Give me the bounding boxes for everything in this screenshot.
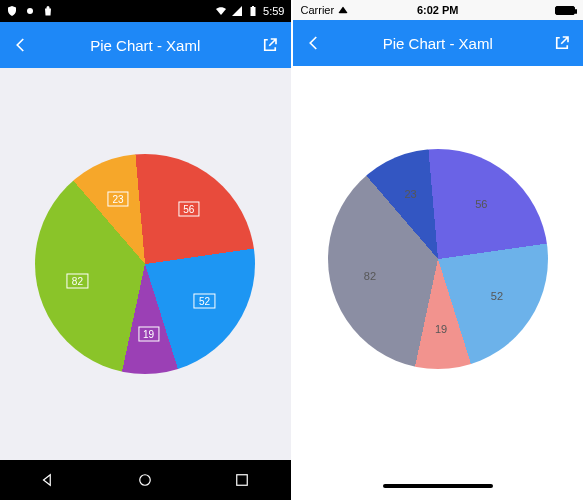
shield-icon	[6, 5, 18, 17]
svg-rect-2	[237, 475, 248, 486]
pie-data-labels: 5652198223	[328, 149, 548, 369]
back-icon[interactable]	[12, 36, 30, 54]
android-time: 5:59	[263, 5, 284, 17]
ios-home-indicator	[293, 472, 584, 500]
data-label: 82	[67, 274, 88, 289]
battery-icon	[555, 6, 575, 15]
svg-point-0	[27, 8, 33, 14]
ios-chart-area: 5652198223	[293, 66, 584, 472]
signal-icon	[231, 5, 243, 17]
page-title: Pie Chart - Xaml	[90, 37, 200, 54]
ios-battery	[555, 6, 575, 15]
android-system-icons: 5:59	[215, 5, 284, 17]
circle-icon	[24, 5, 36, 17]
home-bar	[383, 484, 493, 488]
nav-home-icon[interactable]	[136, 471, 154, 489]
android-nav-bar	[0, 460, 291, 500]
page-title: Pie Chart - Xaml	[383, 35, 493, 52]
pie-data-labels: 5652198223	[35, 154, 255, 374]
data-label: 82	[364, 270, 376, 282]
battery-icon	[247, 5, 259, 17]
carrier-label: Carrier	[301, 4, 335, 16]
data-label: 52	[491, 290, 503, 302]
ios-app-bar: Pie Chart - Xaml	[293, 20, 584, 66]
ios-device: Carrier 6:02 PM Pie Chart - Xaml 5652198…	[293, 0, 584, 500]
data-label: 56	[475, 198, 487, 210]
back-icon[interactable]	[305, 34, 323, 52]
android-status-bar: 5:59	[0, 0, 291, 22]
data-label: 52	[194, 294, 215, 309]
android-chart-area: 5652198223	[0, 68, 291, 460]
android-device: 5:59 Pie Chart - Xaml 5652198223	[0, 0, 293, 500]
external-link-icon[interactable]	[261, 36, 279, 54]
external-link-icon[interactable]	[553, 34, 571, 52]
data-label: 19	[435, 323, 447, 335]
ios-carrier: Carrier	[301, 4, 349, 16]
nav-back-icon[interactable]	[39, 471, 57, 489]
ios-time: 6:02 PM	[417, 4, 459, 16]
pie-chart-android: 5652198223	[35, 154, 255, 374]
data-label: 56	[178, 202, 199, 217]
bag-icon	[42, 5, 54, 17]
svg-point-1	[140, 475, 151, 486]
android-app-bar: Pie Chart - Xaml	[0, 22, 291, 68]
nav-recent-icon[interactable]	[233, 471, 251, 489]
data-label: 23	[404, 188, 416, 200]
ios-status-bar: Carrier 6:02 PM	[293, 0, 584, 20]
wifi-icon	[215, 5, 227, 17]
pie-chart-ios: 5652198223	[328, 149, 548, 369]
wifi-icon	[338, 7, 348, 14]
data-label: 19	[138, 326, 159, 341]
android-notification-icons	[6, 5, 54, 17]
data-label: 23	[108, 192, 129, 207]
